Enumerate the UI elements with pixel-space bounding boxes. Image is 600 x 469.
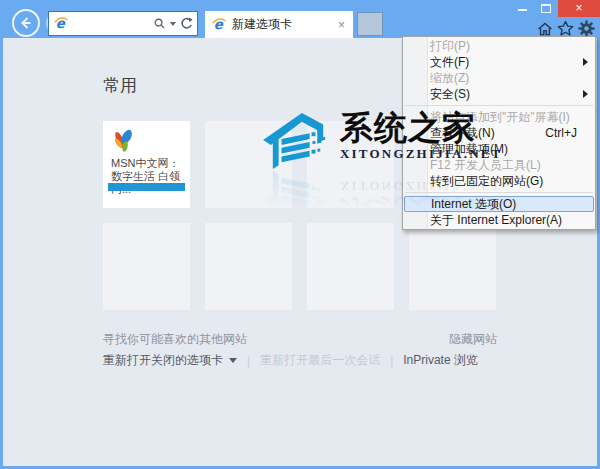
- reopen-closed-tabs-link[interactable]: 重新打开关闭的选项卡: [103, 352, 237, 369]
- tools-menu: 打印(P) 文件(F) 缩放(Z) 安全(S) 将站点添加到"开始"屏幕(I) …: [402, 36, 596, 230]
- menu-item-view-downloads[interactable]: 查看下载(N)Ctrl+J: [403, 125, 595, 141]
- divider: |: [390, 354, 393, 368]
- empty-tile: [307, 223, 394, 310]
- menu-separator: [405, 192, 593, 193]
- hide-sites-link[interactable]: 隐藏网站: [449, 331, 497, 348]
- tab-title: 新建选项卡: [232, 16, 331, 33]
- favorites-button[interactable]: [557, 20, 574, 37]
- divider: |: [247, 354, 250, 368]
- menu-separator: [405, 105, 593, 106]
- home-button[interactable]: [536, 20, 553, 37]
- back-arrow-icon: [18, 15, 34, 31]
- msn-butterfly-icon: [110, 126, 138, 154]
- inprivate-browsing-link[interactable]: InPrivate 浏览: [403, 352, 478, 369]
- home-icon: [537, 21, 553, 37]
- star-icon: [557, 20, 574, 37]
- submenu-arrow-icon: [583, 58, 588, 66]
- empty-tile: [205, 121, 292, 208]
- shortcut-label: Ctrl+J: [545, 126, 577, 140]
- minimize-icon: [518, 9, 527, 11]
- tools-button[interactable]: [578, 20, 595, 37]
- maximize-icon: [541, 4, 551, 13]
- browser-window: × e: [0, 0, 600, 469]
- tab-close-button[interactable]: ×: [336, 19, 347, 31]
- menu-item-zoom: 缩放(Z): [403, 70, 595, 86]
- window-controls: ×: [510, 0, 600, 17]
- empty-tile: [205, 223, 292, 310]
- menu-item-f12-devtools: F12 开发人员工具(L): [403, 157, 595, 173]
- search-icon[interactable]: [153, 17, 166, 30]
- close-button[interactable]: ×: [558, 0, 600, 17]
- menu-item-about-ie[interactable]: 关于 Internet Explorer(A): [403, 212, 595, 228]
- tile-progress-bar: [108, 183, 185, 191]
- menu-item-file[interactable]: 文件(F): [403, 54, 595, 70]
- menu-item-safety[interactable]: 安全(S): [403, 86, 595, 102]
- menu-item-goto-pinned-sites[interactable]: 转到已固定的网站(G): [403, 173, 595, 189]
- menu-item-manage-addons[interactable]: 管理加载项(M): [403, 141, 595, 157]
- menu-item-print: 打印(P): [403, 38, 595, 54]
- reopen-last-session-link: 重新打开最后一次会话: [260, 352, 380, 369]
- empty-tile: [409, 223, 496, 310]
- ie-logo-icon: e: [53, 16, 69, 32]
- refresh-icon[interactable]: [180, 17, 193, 30]
- submenu-arrow-icon: [583, 90, 588, 98]
- minimize-button[interactable]: [510, 0, 534, 17]
- back-button[interactable]: [12, 9, 40, 37]
- menu-item-internet-options[interactable]: Internet 选项(O): [404, 196, 594, 212]
- maximize-button[interactable]: [534, 0, 558, 17]
- empty-tile: [103, 223, 190, 310]
- address-dropdown-icon[interactable]: [170, 22, 176, 26]
- menu-item-add-to-start: 将站点添加到"开始"屏幕(I): [403, 109, 595, 125]
- empty-tile: [307, 121, 394, 208]
- page-title: 常用: [103, 74, 137, 97]
- chevron-down-icon: [229, 358, 237, 363]
- address-input[interactable]: [69, 15, 153, 33]
- gear-icon: [578, 20, 595, 37]
- site-tile-msn[interactable]: MSN中文网：数字生活 白领门...: [103, 121, 190, 208]
- new-tab-button[interactable]: [357, 12, 383, 36]
- ie-logo-icon: e: [211, 17, 227, 33]
- tab-new-tab[interactable]: e 新建选项卡 ×: [205, 11, 353, 38]
- address-bar[interactable]: e: [48, 11, 198, 36]
- discover-sites-link[interactable]: 寻找你可能喜欢的其他网站: [103, 331, 247, 348]
